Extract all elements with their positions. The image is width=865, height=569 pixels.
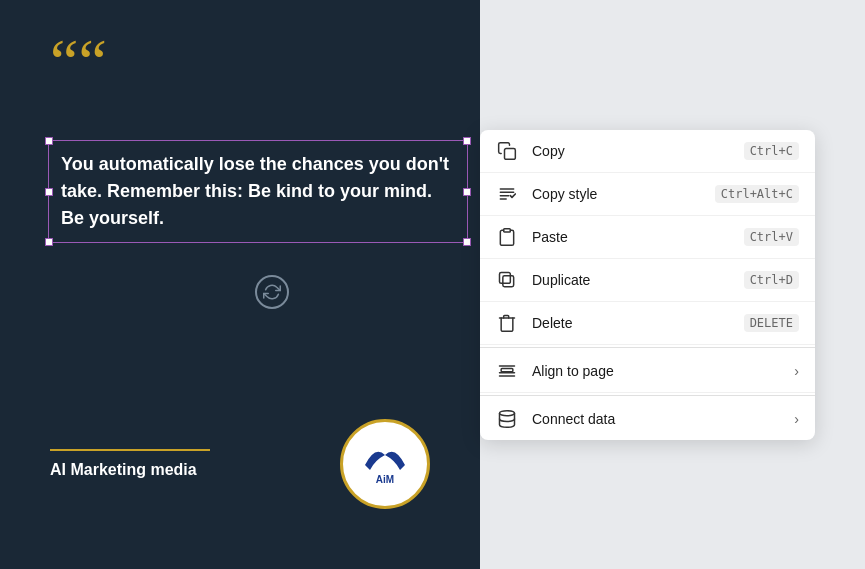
refresh-icon bbox=[263, 283, 281, 301]
align-icon bbox=[496, 360, 518, 382]
align-label: Align to page bbox=[532, 363, 786, 379]
delete-icon bbox=[496, 312, 518, 334]
duplicate-shortcut: Ctrl+D bbox=[744, 271, 799, 289]
quote-text: You automatically lose the chances you d… bbox=[61, 151, 455, 232]
menu-divider-2 bbox=[480, 395, 815, 396]
svg-rect-6 bbox=[501, 369, 513, 372]
paste-icon bbox=[496, 226, 518, 248]
company-logo: AiM bbox=[340, 419, 430, 509]
context-menu: Copy Ctrl+C Copy style Ctrl+Alt+C Pa bbox=[480, 130, 815, 440]
handle-top-right[interactable] bbox=[463, 137, 471, 145]
menu-item-paste[interactable]: Paste Ctrl+V bbox=[480, 216, 815, 259]
delete-label: Delete bbox=[532, 315, 744, 331]
menu-item-align[interactable]: Align to page › bbox=[480, 350, 815, 393]
paste-shortcut: Ctrl+V bbox=[744, 228, 799, 246]
handle-top-left[interactable] bbox=[45, 137, 53, 145]
menu-item-copy-style[interactable]: Copy style Ctrl+Alt+C bbox=[480, 173, 815, 216]
connect-data-chevron-icon: › bbox=[794, 411, 799, 427]
menu-item-connect-data[interactable]: Connect data › bbox=[480, 398, 815, 440]
copy-style-label: Copy style bbox=[532, 186, 715, 202]
text-selection-box[interactable]: You automatically lose the chances you d… bbox=[48, 140, 468, 243]
connect-data-label: Connect data bbox=[532, 411, 786, 427]
menu-item-duplicate[interactable]: Duplicate Ctrl+D bbox=[480, 259, 815, 302]
connect-data-icon bbox=[496, 408, 518, 430]
company-divider bbox=[50, 449, 210, 451]
handle-bottom-right[interactable] bbox=[463, 238, 471, 246]
menu-divider-1 bbox=[480, 347, 815, 348]
copy-shortcut: Ctrl+C bbox=[744, 142, 799, 160]
handle-middle-left[interactable] bbox=[45, 188, 53, 196]
copy-style-icon bbox=[496, 183, 518, 205]
svg-rect-3 bbox=[503, 276, 514, 287]
canvas-panel: ““ You automatically lose the chances yo… bbox=[0, 0, 480, 569]
refresh-button[interactable] bbox=[255, 275, 289, 309]
bottom-section: AI Marketing media AiM bbox=[50, 419, 430, 509]
svg-rect-4 bbox=[500, 273, 511, 284]
menu-item-copy[interactable]: Copy Ctrl+C bbox=[480, 130, 815, 173]
delete-shortcut: DELETE bbox=[744, 314, 799, 332]
copy-style-shortcut: Ctrl+Alt+C bbox=[715, 185, 799, 203]
svg-point-9 bbox=[500, 411, 515, 416]
paste-label: Paste bbox=[532, 229, 744, 245]
duplicate-icon bbox=[496, 269, 518, 291]
svg-rect-2 bbox=[504, 229, 511, 232]
svg-text:AiM: AiM bbox=[376, 474, 394, 485]
menu-panel: Copy Ctrl+C Copy style Ctrl+Alt+C Pa bbox=[480, 0, 865, 569]
handle-bottom-left[interactable] bbox=[45, 238, 53, 246]
svg-rect-1 bbox=[505, 149, 516, 160]
copy-icon bbox=[496, 140, 518, 162]
quote-mark-decoration: ““ bbox=[50, 30, 107, 94]
company-name: AI Marketing media bbox=[50, 461, 210, 479]
logo-svg: AiM bbox=[355, 435, 415, 490]
duplicate-label: Duplicate bbox=[532, 272, 744, 288]
menu-item-delete[interactable]: Delete DELETE bbox=[480, 302, 815, 345]
handle-middle-right[interactable] bbox=[463, 188, 471, 196]
copy-label: Copy bbox=[532, 143, 744, 159]
company-info: AI Marketing media bbox=[50, 449, 210, 479]
align-chevron-icon: › bbox=[794, 363, 799, 379]
